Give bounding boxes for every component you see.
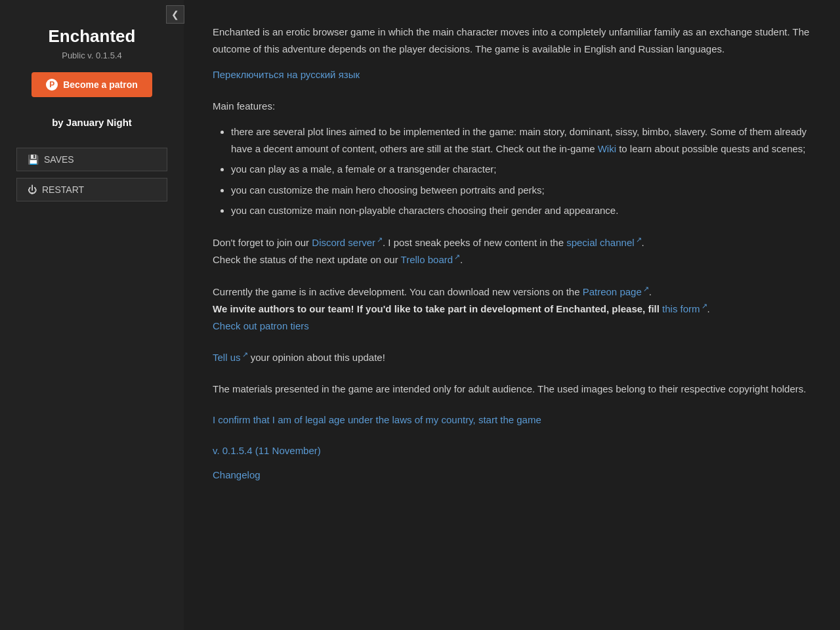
patreon-page-link[interactable]: Patreon page↗ (583, 286, 649, 297)
saves-label: SAVES (44, 154, 74, 165)
form-external-icon: ↗ (702, 300, 707, 312)
feature-item-4: you can customize main non-playable char… (231, 202, 811, 219)
version-link[interactable]: v. 0.1.5.4 (11 November) (213, 445, 811, 456)
patreon-external-icon: ↗ (643, 283, 649, 295)
game-title: Enchanted (49, 26, 136, 47)
russian-language-link[interactable]: Переключиться на русский язык (213, 69, 360, 80)
game-version: Public v. 0.1.5.4 (62, 51, 122, 60)
tell-us-link[interactable]: Tell us↗ (213, 352, 248, 363)
saves-button[interactable]: 💾 SAVES (16, 148, 167, 171)
russian-link-paragraph: Переключиться на русский язык (213, 66, 811, 83)
chevron-left-icon: ❮ (171, 9, 179, 20)
main-content: Enchanted is an erotic browser game in w… (184, 0, 840, 630)
restart-label: RESTART (42, 184, 84, 195)
restart-button[interactable]: ⏻ RESTART (16, 178, 167, 201)
disclaimer-paragraph: The materials presented in the game are … (213, 381, 811, 398)
sidebar-toggle-button[interactable]: ❮ (166, 5, 184, 24)
discord-paragraph: Don't forget to join our Discord server↗… (213, 234, 811, 268)
patreon-icon: P (46, 79, 58, 91)
changelog-link[interactable]: Changelog (213, 469, 811, 480)
patreon-button-label: Become a patron (63, 79, 138, 90)
this-form-link[interactable]: this form↗ (662, 303, 707, 314)
trello-board-link[interactable]: Trello board↗ (401, 254, 460, 265)
feature-item-1: there are several plot lines aimed to be… (231, 123, 811, 157)
special-channel-external-icon: ↗ (636, 234, 642, 246)
start-game-link[interactable]: I confirm that I am of legal age under t… (213, 414, 811, 425)
author-label: by January Night (52, 117, 132, 128)
feature-item-3: you can customize the main hero choosing… (231, 182, 811, 199)
invite-text: We invite authors to our team! If you'd … (213, 303, 662, 314)
restart-icon: ⏻ (28, 184, 37, 195)
features-list: there are several plot lines aimed to be… (213, 123, 811, 219)
feature-item-2: you can play as a male, a female or a tr… (231, 161, 811, 178)
trello-external-icon: ↗ (454, 251, 460, 263)
tell-us-paragraph: Tell us↗ your opinion about this update! (213, 348, 811, 366)
wiki-link[interactable]: Wiki (598, 143, 616, 154)
sidebar: ❮ Enchanted Public v. 0.1.5.4 P Become a… (0, 0, 184, 630)
features-label: Main features: (213, 98, 811, 115)
patron-tiers-link[interactable]: Check out patron tiers (213, 320, 309, 331)
intro-paragraph: Enchanted is an erotic browser game in w… (213, 24, 811, 57)
discord-server-link[interactable]: Discord server↗ (312, 237, 383, 248)
tell-us-external-icon: ↗ (242, 348, 248, 361)
patreon-paragraph: Currently the game is in active developm… (213, 283, 811, 335)
special-channel-link[interactable]: special channel↗ (566, 237, 641, 248)
discord-external-icon: ↗ (377, 234, 383, 246)
save-icon: 💾 (28, 154, 39, 165)
become-patron-button[interactable]: P Become a patron (32, 72, 152, 97)
